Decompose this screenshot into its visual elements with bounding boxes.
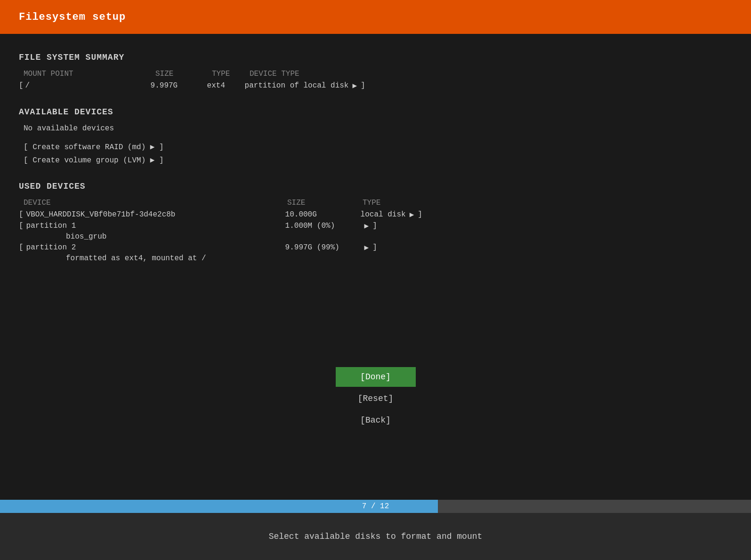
used-device-name-2: partition 2 bbox=[26, 243, 285, 252]
fs-bracket-close: ] bbox=[361, 81, 365, 90]
fs-col-type: TYPE bbox=[212, 70, 250, 78]
fs-mount-point: / bbox=[25, 81, 151, 90]
fs-col-size: SIZE bbox=[155, 70, 212, 78]
header: Filesystem setup bbox=[0, 0, 751, 34]
used-arrow-2: ▶ bbox=[364, 243, 369, 252]
fs-type: ext4 bbox=[207, 81, 245, 90]
used-col-device: DEVICE bbox=[24, 199, 287, 207]
used-type-text-0: local disk bbox=[361, 210, 406, 219]
used-col-size: SIZE bbox=[287, 199, 363, 207]
used-col-type: TYPE bbox=[363, 199, 732, 207]
create-raid-label: [ Create software RAID (md) ▶ ] bbox=[24, 142, 164, 152]
done-label: Done bbox=[365, 372, 386, 382]
used-bracket-open-1: [ bbox=[19, 222, 24, 230]
available-devices-section: AVAILABLE DEVICES No available devices [… bbox=[19, 107, 732, 165]
used-bracket-close-0: ] bbox=[418, 210, 422, 219]
main-content: FILE SYSTEM SUMMARY MOUNT POINT SIZE TYP… bbox=[0, 34, 751, 263]
done-bracket-close: ] bbox=[386, 372, 391, 382]
fs-row[interactable]: [ / 9.997G ext4 partition of local disk … bbox=[19, 81, 732, 90]
used-type-2: ▶ ] bbox=[361, 243, 732, 252]
used-devices-section: USED DEVICES DEVICE SIZE TYPE [ VBOX_HAR… bbox=[19, 182, 732, 263]
header-title: Filesystem setup bbox=[19, 11, 126, 23]
used-size-0: 10.000G bbox=[285, 210, 361, 219]
fs-devtype: partition of local disk ▶ ] bbox=[245, 81, 732, 90]
used-table-headers: DEVICE SIZE TYPE bbox=[19, 199, 732, 207]
used-bracket-close-1: ] bbox=[372, 222, 377, 230]
done-button[interactable]: [ Done ] bbox=[336, 367, 416, 387]
used-size-2: 9.997G (99%) bbox=[285, 243, 361, 252]
used-device-row-2[interactable]: [ partition 2 9.997G (99%) ▶ ] bbox=[19, 243, 732, 252]
used-type-1: ▶ ] bbox=[361, 221, 732, 231]
fs-size: 9.997G bbox=[151, 81, 207, 90]
used-bracket-open-2: [ bbox=[19, 243, 24, 252]
status-text: Select available disks to format and mou… bbox=[269, 532, 483, 541]
used-devices-heading: USED DEVICES bbox=[19, 182, 732, 191]
back-label: Back bbox=[365, 416, 386, 425]
fs-summary-heading: FILE SYSTEM SUMMARY bbox=[19, 53, 732, 62]
reset-bracket-close: ] bbox=[388, 394, 394, 403]
used-device-row-0[interactable]: [ VBOX_HARDDISK_VBf0be71bf-3d4e2c8b 10.0… bbox=[19, 210, 732, 219]
used-size-1: 1.000M (0%) bbox=[285, 222, 361, 230]
partition2-sub-info: formatted as ext4, mounted at / bbox=[19, 254, 732, 263]
progress-bar-container: 7 / 12 bbox=[0, 500, 751, 513]
progress-text: 7 / 12 bbox=[362, 502, 389, 511]
fs-col-mount: MOUNT POINT bbox=[24, 70, 155, 78]
used-bracket-open-0: [ bbox=[19, 210, 24, 219]
file-system-summary-section: FILE SYSTEM SUMMARY MOUNT POINT SIZE TYP… bbox=[19, 53, 732, 90]
fs-col-devtype: DEVICE TYPE bbox=[250, 70, 732, 78]
fs-devtype-text: partition of local disk bbox=[245, 81, 349, 90]
used-device-name-0: VBOX_HARDDISK_VBf0be71bf-3d4e2c8b bbox=[26, 210, 285, 219]
create-lvm-label: [ Create volume group (LVM) ▶ ] bbox=[24, 155, 164, 165]
partition1-sub-info: bios_grub bbox=[19, 232, 732, 241]
status-bar: Select available disks to format and mou… bbox=[0, 513, 751, 560]
reset-label: Reset bbox=[363, 394, 388, 403]
used-arrow-1: ▶ bbox=[364, 221, 369, 231]
buttons-area: [ Done ] [ Reset ] [ Back ] bbox=[336, 367, 416, 430]
used-device-name-1: partition 1 bbox=[26, 222, 285, 230]
used-type-0: local disk ▶ ] bbox=[361, 210, 732, 219]
used-bracket-close-2: ] bbox=[372, 243, 377, 252]
back-button[interactable]: [ Back ] bbox=[336, 410, 416, 430]
back-bracket-open: [ bbox=[360, 416, 365, 425]
used-device-row-1[interactable]: [ partition 1 1.000M (0%) ▶ ] bbox=[19, 221, 732, 231]
used-arrow-0: ▶ bbox=[410, 210, 414, 219]
fs-bracket-open: [ bbox=[19, 81, 24, 90]
create-raid-button[interactable]: [ Create software RAID (md) ▶ ] bbox=[19, 142, 732, 152]
back-bracket-close: ] bbox=[386, 416, 391, 425]
fs-table-headers: MOUNT POINT SIZE TYPE DEVICE TYPE bbox=[19, 70, 732, 78]
available-devices-heading: AVAILABLE DEVICES bbox=[19, 107, 732, 117]
done-bracket-open: [ bbox=[360, 372, 365, 382]
no-devices-text: No available devices bbox=[19, 124, 732, 133]
reset-bracket-open: [ bbox=[358, 394, 363, 403]
fs-arrow-icon: ▶ bbox=[352, 81, 357, 90]
create-lvm-button[interactable]: [ Create volume group (LVM) ▶ ] bbox=[19, 155, 732, 165]
reset-button[interactable]: [ Reset ] bbox=[336, 389, 416, 408]
